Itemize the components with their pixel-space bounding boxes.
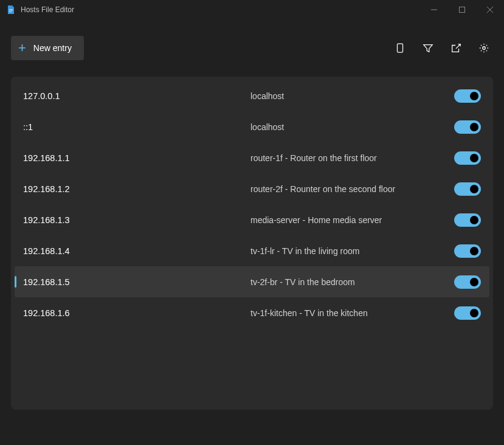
entry-toggle[interactable] (454, 151, 481, 165)
entry-ip: 192.168.1.4 (23, 246, 250, 256)
entry-ip: ::1 (23, 122, 250, 132)
hosts-entry-row[interactable]: 192.168.1.6tv-1f-kitchen - TV in the kit… (15, 297, 489, 328)
toolbar-right (395, 43, 489, 53)
entry-toggle[interactable] (454, 120, 481, 134)
close-button[interactable] (476, 0, 504, 19)
hosts-entry-row[interactable]: 192.168.1.2router-2f - Rounter on the se… (15, 173, 489, 204)
maximize-button[interactable] (448, 0, 476, 19)
hosts-entry-row[interactable]: ::1localhost (15, 111, 489, 142)
svg-point-8 (483, 47, 486, 50)
titlebar: Hosts File Editor (0, 0, 504, 19)
filter-icon[interactable] (423, 43, 433, 53)
open-external-icon[interactable] (450, 43, 461, 53)
entry-host: tv-1f-kitchen - TV in the kitchen (250, 308, 454, 318)
entry-ip: 127.0.0.1 (23, 91, 250, 101)
hosts-entry-row[interactable]: 192.168.1.4tv-1f-lr - TV in the living r… (15, 235, 489, 266)
toggle-knob (470, 154, 478, 162)
svg-rect-0 (9, 9, 13, 10)
hosts-list-panel: 127.0.0.1localhost::1localhost192.168.1.… (11, 77, 493, 410)
toggle-knob (470, 185, 478, 193)
toolbar: + New entry (0, 19, 504, 77)
entry-host: localhost (250, 122, 454, 132)
entry-host: tv-1f-lr - TV in the living room (250, 246, 454, 256)
minimize-button[interactable] (420, 0, 448, 19)
toggle-knob (470, 309, 478, 317)
hosts-entry-row[interactable]: 192.168.1.3media-server - Home media ser… (15, 204, 489, 235)
entry-ip: 192.168.1.6 (23, 308, 250, 318)
hosts-entry-row[interactable]: 127.0.0.1localhost (15, 80, 489, 111)
entry-toggle[interactable] (454, 182, 481, 196)
hosts-entry-row[interactable]: 192.168.1.5tv-2f-br - TV in the bedroom (15, 266, 489, 297)
toggle-knob (470, 247, 478, 255)
svg-rect-4 (460, 7, 465, 13)
entry-host: localhost (250, 91, 454, 101)
new-entry-button[interactable]: + New entry (11, 36, 84, 60)
entry-toggle[interactable] (454, 306, 481, 320)
toggle-knob (470, 123, 478, 131)
entry-toggle[interactable] (454, 213, 481, 227)
entry-host: tv-2f-br - TV in the bedroom (250, 277, 454, 287)
settings-icon[interactable] (478, 43, 489, 53)
titlebar-left: Hosts File Editor (6, 5, 74, 15)
entry-ip: 192.168.1.2 (23, 184, 250, 194)
entry-ip: 192.168.1.3 (23, 215, 250, 225)
toggle-knob (470, 92, 478, 100)
entry-host: router-2f - Rounter on the second floor (250, 184, 454, 194)
plus-icon: + (18, 41, 26, 55)
toggle-knob (470, 216, 478, 224)
entry-ip: 192.168.1.5 (23, 277, 250, 287)
svg-rect-7 (398, 44, 403, 52)
entry-ip: 192.168.1.1 (23, 153, 250, 163)
toggle-knob (470, 278, 478, 286)
entry-host: router-1f - Router on the first floor (250, 153, 454, 163)
new-entry-label: New entry (33, 43, 72, 53)
entry-toggle[interactable] (454, 244, 481, 258)
window-controls (420, 0, 504, 19)
svg-rect-2 (9, 12, 12, 12)
hosts-entry-row[interactable]: 192.168.1.1router-1f - Router on the fir… (15, 142, 489, 173)
additional-lines-icon[interactable] (395, 43, 406, 53)
entry-host: media-server - Home media server (250, 215, 454, 225)
app-title: Hosts File Editor (21, 5, 74, 14)
entry-toggle[interactable] (454, 89, 481, 103)
app-icon (6, 5, 16, 15)
svg-rect-1 (9, 10, 13, 11)
entry-toggle[interactable] (454, 275, 481, 289)
